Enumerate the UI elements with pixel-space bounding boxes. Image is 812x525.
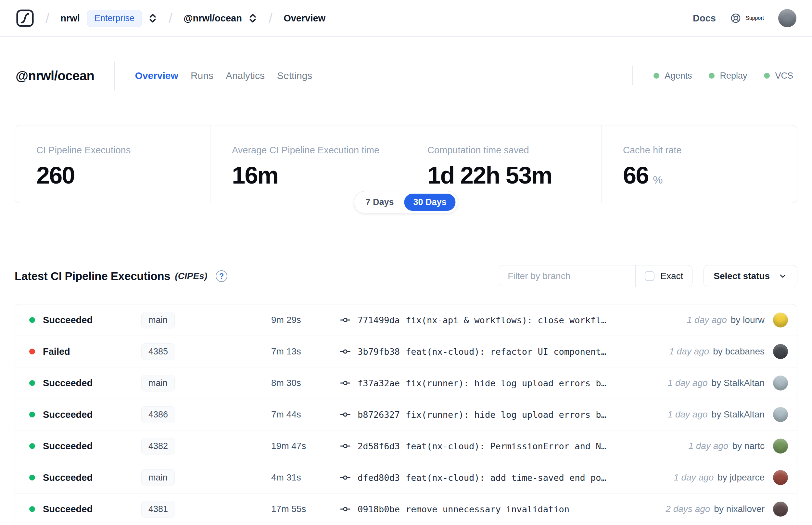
commit-hash: 0918b0be	[357, 504, 400, 514]
table-row[interactable]: Succeeded 4386 7m 44s b8726327fix(runner…	[15, 399, 797, 431]
tab-runs[interactable]: Runs	[191, 70, 213, 81]
time-ago: 2 days ago	[665, 504, 710, 514]
status-cell: Succeeded	[29, 378, 141, 389]
status-cell: Failed	[29, 346, 141, 357]
workspace-switcher-chevrons-icon[interactable]	[248, 12, 258, 24]
nx-cloud-logo-icon[interactable]	[16, 9, 34, 28]
duration: 7m 44s	[271, 409, 339, 420]
commit-message: fix(runner): hide log upload errors b…	[406, 378, 607, 388]
commit-cell: dfed80d3feat(nx-cloud): add time-saved e…	[339, 472, 674, 483]
service-label: VCS	[775, 71, 793, 81]
branch-badge: 4385	[141, 343, 175, 360]
duration: 17m 55s	[271, 504, 339, 514]
time-ago: 1 day ago	[668, 378, 708, 388]
author-avatar[interactable]	[773, 439, 788, 453]
divider	[632, 66, 633, 85]
stat-value: 1d 22h 53m	[427, 162, 552, 189]
table-row[interactable]: Succeeded main 4m 31s dfed80d3feat(nx-cl…	[15, 462, 797, 494]
author-avatar[interactable]	[773, 313, 788, 328]
tab-settings[interactable]: Settings	[277, 70, 312, 81]
stats-card-group: CI Pipeline Executions 260 Average CI Pi…	[15, 125, 797, 203]
git-commit-icon	[339, 503, 351, 515]
table-row[interactable]: Succeeded main 8m 30s f37a32aefix(runner…	[15, 368, 797, 399]
commit-text: dfed80d3feat(nx-cloud): add time-saved e…	[357, 473, 607, 483]
meta-cell: 1 day ago by nartc	[688, 441, 765, 451]
commit-cell: b8726327fix(runner): hide log upload err…	[339, 409, 668, 420]
author: by StalkAltan	[711, 409, 765, 420]
time-ago: 1 day ago	[687, 315, 727, 325]
nx-cloud-overview-page: / nrwl Enterprise / @nrwl/ocean / Overvi…	[0, 0, 812, 525]
commit-message: remove unnecessary invalidation	[406, 504, 569, 514]
branch-cell: 4381	[141, 501, 271, 518]
top-navigation-bar: / nrwl Enterprise / @nrwl/ocean / Overvi…	[0, 0, 812, 37]
service-status-agents[interactable]: Agents	[654, 71, 692, 81]
exact-label: Exact	[660, 271, 683, 281]
branch-badge: main	[141, 469, 175, 486]
workspace-title: @nrwl/ocean	[16, 69, 94, 83]
table-row[interactable]: Failed 4385 7m 13s 3b79fb38feat(nx-cloud…	[15, 336, 797, 368]
range-option-7-days[interactable]: 7 Days	[356, 194, 403, 211]
status-cell: Succeeded	[29, 504, 141, 515]
breadcrumb-org[interactable]: nrwl	[60, 13, 80, 24]
exact-match-toggle: Exact	[635, 271, 692, 281]
git-commit-icon	[339, 377, 351, 389]
commit-message: feat(nx-cloud): add time-saved end po…	[406, 473, 607, 483]
tab-analytics[interactable]: Analytics	[226, 70, 265, 81]
author-avatar[interactable]	[773, 407, 788, 422]
status-label: Failed	[43, 346, 70, 357]
status-label: Succeeded	[43, 472, 93, 483]
author-avatar[interactable]	[773, 470, 788, 485]
service-status-vcs[interactable]: VCS	[764, 71, 793, 81]
author: by lourw	[731, 315, 765, 325]
status-label: Succeeded	[43, 378, 93, 389]
status-dot	[29, 349, 35, 355]
meta-cell: 1 day ago by jdpearce	[674, 472, 765, 483]
branch-cell: 4385	[141, 343, 271, 360]
time-ago: 1 day ago	[668, 409, 708, 420]
filter-controls: Exact Select status	[499, 265, 797, 287]
workspace-tabs: Overview Runs Analytics Settings	[135, 70, 312, 81]
branch-cell: main	[141, 312, 271, 328]
date-range-toggle: 7 Days 30 Days	[354, 191, 458, 213]
duration: 4m 31s	[271, 472, 339, 483]
table-row[interactable]: Succeeded 4381 17m 55s 0918b0beremove un…	[15, 494, 797, 525]
author-avatar[interactable]	[773, 501, 788, 516]
tab-overview[interactable]: Overview	[135, 70, 178, 81]
meta-cell: 2 days ago by nixallover	[665, 504, 765, 514]
breadcrumb-separator: /	[169, 10, 172, 26]
table-row[interactable]: Succeeded 4382 19m 47s 2d58f6d3feat(nx-c…	[15, 431, 797, 462]
commit-hash: 771499da	[357, 315, 400, 325]
section-title: Latest CI Pipeline Executions	[15, 270, 170, 283]
branch-badge: main	[141, 312, 175, 328]
author-avatar[interactable]	[773, 344, 788, 359]
user-avatar[interactable]	[778, 9, 796, 27]
status-cell: Succeeded	[29, 472, 141, 483]
time-ago: 1 day ago	[688, 441, 728, 451]
branch-filter-input[interactable]	[499, 266, 635, 287]
table-row[interactable]: Succeeded main 9m 29s 771499dafix(nx-api…	[15, 304, 797, 336]
support-link[interactable]: Support	[730, 13, 764, 24]
green-status-dot	[764, 73, 770, 79]
author-avatar[interactable]	[773, 376, 788, 390]
breadcrumb-separator: /	[45, 10, 49, 26]
service-status-group: Agents Replay VCS	[632, 66, 796, 85]
commit-hash: f37a32ae	[357, 378, 400, 388]
branch-cell: main	[141, 469, 271, 486]
breadcrumb-workspace[interactable]: @nrwl/ocean	[184, 13, 242, 24]
status-dot	[29, 317, 35, 323]
stat-value-suffix: %	[653, 174, 663, 186]
stat-label: Cache hit rate	[623, 145, 784, 155]
docs-link[interactable]: Docs	[693, 13, 716, 24]
org-switcher-chevrons-icon[interactable]	[148, 12, 157, 24]
exact-checkbox[interactable]	[645, 271, 655, 281]
help-icon[interactable]: ?	[216, 270, 227, 282]
support-label: Support	[746, 15, 764, 21]
branch-badge: main	[141, 375, 175, 391]
select-status-dropdown[interactable]: Select status	[704, 265, 797, 287]
service-status-replay[interactable]: Replay	[709, 71, 747, 81]
topbar-links: Docs Support	[693, 9, 796, 27]
duration: 19m 47s	[271, 441, 339, 451]
range-option-30-days[interactable]: 30 Days	[404, 194, 455, 211]
breadcrumb-page: Overview	[284, 13, 325, 24]
git-commit-icon	[339, 472, 351, 483]
